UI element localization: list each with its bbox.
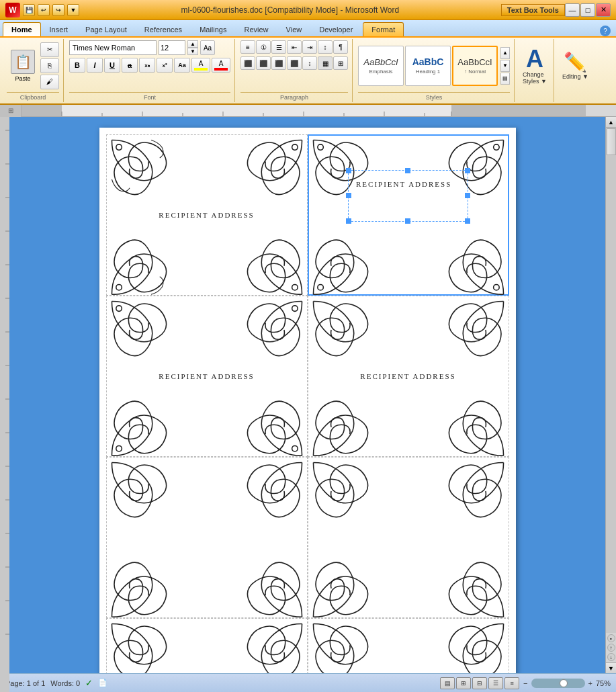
svg-point-33 — [292, 144, 298, 150]
label-cell-2-0[interactable] — [106, 457, 308, 618]
multilevel-button[interactable]: ☰ — [271, 40, 286, 54]
maximize-button[interactable]: □ — [580, 3, 595, 17]
close-button[interactable]: ✕ — [596, 3, 611, 17]
editing-button[interactable]: ✏️ Editing ▼ — [560, 48, 591, 83]
styles-scroll-up-button[interactable]: ▲ — [500, 47, 510, 59]
tab-insert[interactable]: Insert — [41, 22, 77, 36]
scroll-track[interactable] — [606, 128, 616, 633]
format-painter-button[interactable]: 🖌 — [40, 75, 59, 89]
draft-button[interactable]: ≡ — [504, 677, 519, 689]
handle-bl[interactable] — [346, 218, 351, 224]
quick-redo-button[interactable]: ↪ — [52, 4, 64, 16]
zoom-minus-button[interactable]: − — [522, 679, 529, 687]
window-controls: — □ ✕ — [565, 3, 611, 17]
bullets-button[interactable]: ≡ — [240, 40, 255, 54]
zoom-slider[interactable] — [531, 679, 585, 688]
underline-button[interactable]: U — [104, 58, 120, 73]
label-cell-0-0[interactable]: RECIPIENT ADDRESS — [106, 134, 308, 296]
subscript-button[interactable]: x₂ — [139, 58, 155, 73]
ruler-corner[interactable]: ⊞ — [0, 105, 21, 117]
quick-undo-button[interactable]: ↩ — [38, 4, 50, 16]
style-emphasis[interactable]: AaBbCcI Emphasis — [358, 46, 404, 86]
page-up-button[interactable]: ↑ — [607, 644, 615, 652]
label-cell-3-1[interactable]: RECIPIENT ADDRESS — [308, 618, 509, 673]
cut-button[interactable]: ✂ — [40, 42, 59, 57]
increase-indent-button[interactable]: ⇥ — [302, 40, 317, 54]
scroll-up-button[interactable]: ▲ — [606, 117, 616, 128]
sort-button[interactable]: ↕ — [318, 40, 333, 54]
justify-button[interactable]: ⬛ — [287, 56, 302, 70]
handle-br[interactable] — [465, 218, 470, 224]
label-cell-0-1[interactable]: RECIPIENT ADDRESS — [308, 134, 509, 296]
page-down-button[interactable]: ↓ — [607, 653, 615, 661]
spell-check-icon[interactable]: ✓ — [85, 678, 93, 688]
style-heading1[interactable]: AaBbC Heading 1 — [405, 46, 451, 86]
highlight-color-button[interactable]: A — [191, 58, 210, 73]
full-screen-button[interactable]: ⊞ — [456, 677, 471, 689]
decrease-indent-button[interactable]: ⇤ — [287, 40, 302, 54]
numbering-button[interactable]: ① — [256, 40, 271, 54]
superscript-button[interactable]: x² — [157, 58, 173, 73]
handle-tl[interactable] — [346, 168, 351, 173]
change-styles-button[interactable]: A ChangeStyles ▼ — [520, 44, 549, 87]
line-spacing-button[interactable]: ↕ — [302, 56, 317, 70]
font-size-decrease-button[interactable]: ▼ — [187, 48, 198, 55]
help-button[interactable]: ? — [600, 26, 611, 36]
strikethrough-button[interactable]: a — [122, 58, 138, 73]
minimize-button[interactable]: — — [565, 3, 580, 17]
shading-button[interactable]: ▦ — [318, 56, 333, 70]
handle-mr[interactable] — [465, 193, 470, 198]
scroll-thumb[interactable] — [607, 128, 616, 155]
tab-home[interactable]: Home — [3, 22, 41, 36]
tab-view[interactable]: View — [277, 22, 311, 36]
tab-references[interactable]: References — [136, 22, 191, 36]
font-size-increase-button[interactable]: ▲ — [187, 40, 198, 48]
copy-button[interactable]: ⎘ — [40, 58, 59, 73]
borders-button[interactable]: ⊞ — [333, 56, 348, 70]
zoom-thumb[interactable] — [560, 679, 568, 687]
styles-scroll-down-button[interactable]: ▼ — [500, 60, 510, 72]
svg-rect-2 — [62, 105, 451, 116]
tab-developer[interactable]: Developer — [310, 22, 361, 36]
change-case-button[interactable]: Aa — [174, 58, 190, 73]
italic-button[interactable]: I — [87, 58, 103, 73]
scroll-down-button[interactable]: ▼ — [606, 662, 616, 673]
outline-button[interactable]: ☰ — [488, 677, 503, 689]
office-logo-icon[interactable]: W — [5, 3, 20, 17]
tab-format[interactable]: Format — [363, 22, 404, 36]
label-cell-2-1[interactable] — [308, 457, 509, 618]
clear-format-button[interactable]: Aa — [200, 40, 215, 55]
web-layout-button[interactable]: ⊟ — [472, 677, 487, 689]
handle-bm[interactable] — [405, 218, 410, 224]
svg-point-36 — [317, 144, 323, 150]
print-layout-button[interactable]: ▤ — [440, 677, 455, 689]
styles-dialog-button[interactable]: ▤ — [500, 73, 510, 85]
font-color-button[interactable]: A — [212, 58, 230, 73]
tab-review[interactable]: Review — [235, 22, 277, 36]
align-left-button[interactable]: ⬛ — [240, 56, 255, 70]
handle-tm[interactable] — [405, 168, 410, 173]
status-bar: Page: 1 of 1 Words: 0 ✓ 📄 ▤ ⊞ ⊟ ☰ ≡ − + … — [0, 673, 616, 692]
label-cell-1-0[interactable]: RECIPIENT ADDRESS — [106, 296, 308, 457]
zoom-plus-button[interactable]: + — [587, 679, 594, 687]
handle-ml[interactable] — [346, 193, 351, 198]
handle-tr[interactable] — [465, 168, 470, 173]
macro-icon[interactable]: 📄 — [98, 679, 107, 687]
quick-menu-button[interactable]: ▼ — [67, 4, 79, 16]
font-name-input[interactable] — [69, 40, 157, 55]
align-right-button[interactable]: ⬛ — [271, 56, 286, 70]
quick-save-button[interactable]: 💾 — [23, 4, 35, 16]
align-center-button[interactable]: ⬛ — [256, 56, 271, 70]
label-cell-1-1[interactable]: RECIPIENT ADDRESS — [308, 296, 509, 457]
scroll-options-button[interactable]: • — [607, 634, 615, 642]
font-size-input[interactable] — [159, 40, 185, 55]
paste-button[interactable]: 📋 Paste — [7, 48, 39, 83]
textbox-selection[interactable] — [348, 170, 468, 221]
editing-group: ✏️ Editing ▼ . — [556, 39, 595, 102]
label-cell-3-0[interactable]: RECIPIENT ADDRESS — [106, 618, 308, 673]
style-normal[interactable]: AaBbCcI ↑ Normal — [452, 46, 498, 86]
show-formatting-button[interactable]: ¶ — [333, 40, 348, 54]
bold-button[interactable]: B — [69, 58, 85, 73]
tab-page-layout[interactable]: Page Layout — [77, 22, 136, 36]
tab-mailings[interactable]: Mailings — [191, 22, 235, 36]
